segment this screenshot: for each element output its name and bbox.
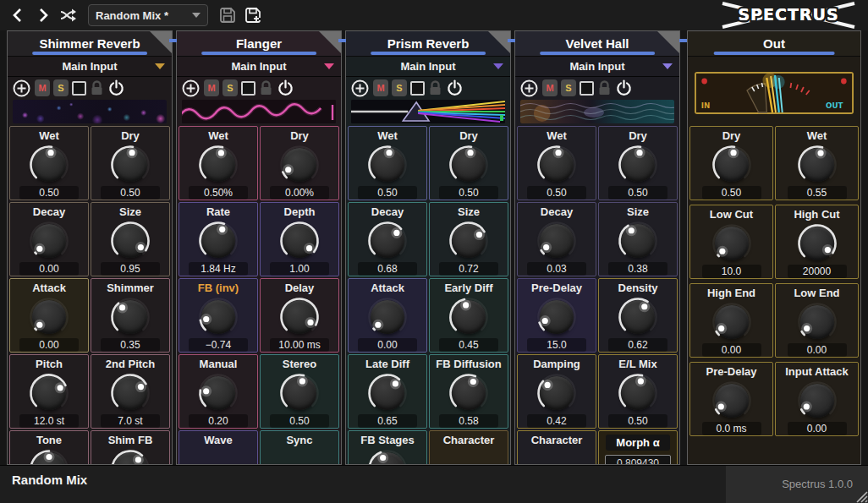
solo-button[interactable]: S — [53, 79, 69, 96]
solo-button[interactable]: S — [561, 79, 576, 96]
param-value[interactable]: −0.74 — [189, 338, 248, 352]
param-value[interactable]: 0.00 — [788, 422, 847, 435]
enable-checkbox[interactable] — [72, 81, 86, 96]
knob-wet[interactable] — [796, 144, 838, 186]
solo-button[interactable]: S — [392, 79, 407, 96]
param-value[interactable]: 0.50 — [270, 414, 329, 428]
param-value[interactable]: 1.00 — [270, 262, 329, 276]
knob-high-cut[interactable] — [796, 222, 838, 265]
knob-fb-inv[interactable] — [197, 296, 239, 338]
param-value[interactable]: 10.0 — [702, 265, 761, 278]
lock-button[interactable] — [259, 80, 273, 96]
add-modulation-button[interactable] — [11, 78, 31, 98]
param-value[interactable]: 0.72 — [439, 262, 498, 276]
mute-button[interactable]: M — [204, 79, 219, 96]
param-value[interactable]: 7.0 st — [101, 414, 160, 428]
param-value[interactable]: 0.50 — [527, 186, 586, 200]
knob-size[interactable] — [109, 220, 151, 262]
knob-high-end[interactable] — [711, 301, 753, 343]
mute-button[interactable]: M — [35, 79, 50, 96]
knob-fb-diffusion[interactable] — [448, 372, 490, 414]
param-value[interactable]: 0.50 — [19, 186, 79, 200]
solo-button[interactable]: S — [222, 79, 238, 96]
param-value[interactable]: 0.42 — [527, 414, 586, 428]
param-value[interactable]: 0.00 — [702, 343, 761, 357]
knob-2nd-pitch[interactable] — [109, 372, 151, 414]
knob-early-diff[interactable] — [448, 296, 490, 338]
knob-attack[interactable] — [28, 296, 70, 338]
input-selector-velvet-hall[interactable]: Main Input — [515, 57, 679, 77]
back-button[interactable] — [7, 4, 29, 26]
param-value[interactable]: 0.50 — [702, 186, 761, 200]
input-selector-prism-reverb[interactable]: Main Input — [346, 57, 510, 77]
add-modulation-button[interactable] — [519, 78, 539, 98]
param-value[interactable]: 0.35 — [101, 338, 160, 352]
knob-shim-fb[interactable] — [109, 448, 151, 464]
add-modulation-button[interactable] — [180, 78, 201, 98]
input-selector-shimmer-reverb[interactable]: Main Input — [8, 57, 172, 77]
module-tab-velvet-hall[interactable]: Velvet Hall — [515, 31, 679, 57]
knob-dry[interactable] — [448, 144, 490, 186]
param-value[interactable]: 20000 — [788, 265, 847, 278]
knob-damping[interactable] — [536, 372, 578, 414]
knob-decay[interactable] — [28, 220, 70, 262]
knob-decay[interactable] — [536, 220, 578, 262]
knob-density[interactable] — [617, 296, 659, 338]
param-value[interactable]: 0.00 — [358, 338, 417, 352]
knob-dry[interactable] — [617, 144, 659, 186]
knob-low-cut[interactable] — [711, 222, 753, 265]
param-value[interactable]: 0.68 — [358, 262, 417, 276]
knob-manual[interactable] — [197, 372, 239, 414]
lock-button[interactable] — [597, 80, 612, 96]
param-value[interactable]: 0.65 — [358, 414, 417, 428]
bypass-button[interactable] — [446, 79, 464, 97]
knob-e-l-mix[interactable] — [617, 372, 659, 414]
knob-size[interactable] — [617, 220, 659, 262]
param-value[interactable]: 0.50% — [189, 186, 248, 200]
param-value[interactable]: 0.20 — [189, 414, 248, 428]
mute-button[interactable]: M — [373, 79, 388, 96]
param-value[interactable]: 0.38 — [608, 262, 667, 276]
param-value[interactable]: 1.84 Hz — [189, 262, 248, 276]
bypass-button[interactable] — [277, 79, 294, 97]
lock-button[interactable] — [428, 80, 442, 96]
mute-button[interactable]: M — [542, 79, 558, 96]
knob-rate[interactable] — [197, 220, 239, 262]
param-value[interactable]: 0.58 — [439, 414, 498, 428]
knob-dry[interactable] — [278, 144, 321, 186]
save-button[interactable] — [217, 4, 239, 26]
forward-button[interactable] — [32, 4, 54, 26]
input-selector-flanger[interactable]: Main Input — [177, 57, 341, 77]
param-value[interactable]: 0.50 — [358, 186, 417, 200]
param-value[interactable]: 0.50 — [608, 414, 667, 428]
randomize-button[interactable] — [58, 4, 80, 26]
param-value[interactable]: 10.00 ms — [270, 338, 329, 352]
add-modulation-button[interactable] — [349, 78, 370, 98]
save-as-button[interactable] — [242, 4, 264, 26]
bypass-button[interactable] — [615, 79, 633, 97]
param-value[interactable]: 0.00% — [270, 186, 329, 200]
knob-wet[interactable] — [197, 144, 239, 186]
param-value[interactable]: 0.00 — [19, 262, 79, 276]
param-value[interactable]: 0.62 — [608, 338, 667, 352]
param-value[interactable]: 0.55 — [788, 186, 847, 200]
knob-late-diff[interactable] — [366, 372, 409, 414]
preset-dropdown[interactable]: Random Mix * — [88, 4, 208, 26]
knob-fb-stages[interactable] — [366, 448, 409, 464]
enable-checkbox[interactable] — [241, 81, 255, 96]
param-value[interactable]: 0.50 — [101, 186, 160, 200]
knob-tone[interactable] — [28, 448, 70, 464]
param-value[interactable]: 12.0 st — [19, 414, 79, 428]
knob-attack[interactable] — [366, 296, 409, 338]
knob-pitch[interactable] — [28, 372, 70, 414]
module-tab-shimmer-reverb[interactable]: Shimmer Reverb — [8, 31, 172, 57]
knob-wet[interactable] — [366, 144, 409, 186]
module-tab-out[interactable]: Out — [688, 31, 860, 57]
lock-button[interactable] — [90, 80, 104, 96]
module-tab-flanger[interactable]: Flanger — [177, 31, 341, 57]
knob-wet[interactable] — [28, 144, 70, 186]
knob-pre-delay[interactable] — [536, 296, 578, 338]
knob-decay[interactable] — [366, 220, 409, 262]
enable-checkbox[interactable] — [410, 81, 425, 96]
knob-input-attack[interactable] — [796, 380, 838, 422]
